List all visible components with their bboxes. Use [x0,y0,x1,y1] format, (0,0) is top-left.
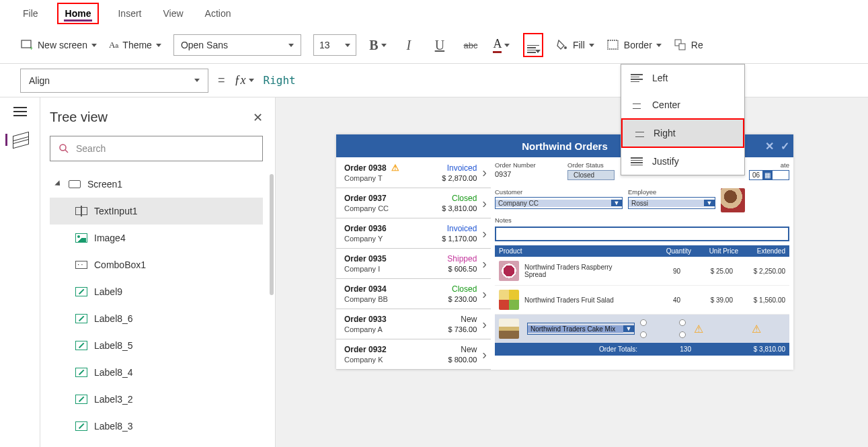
tree-item-label: Label8_4 [94,367,133,378]
calendar-icon: ▦ [762,171,773,179]
app-title: Northwind Orders [522,140,608,152]
font-select[interactable]: Open Sans [173,34,301,56]
order-company: Company Y [344,235,442,243]
cancel-icon[interactable]: ✕ [765,140,774,153]
canvas[interactable]: Northwind Orders ✕ ✓ Order 0938 ⚠Company… [276,97,868,447]
tree-panel: Tree view ✕ Search Screen1 TextInput1 Im… [40,97,276,447]
menu-action[interactable]: Action [202,5,234,22]
order-row[interactable]: Order 0936Company YInvoiced$ 1,170.00› [336,218,491,249]
property-value: Align [29,75,50,86]
close-icon[interactable]: ✕ [253,110,263,125]
order-price: $ 3,810.00 [442,204,477,212]
order-row[interactable]: Order 0932Company KNew$ 800.00› [336,339,491,370]
font-size-select[interactable]: 13 [313,34,356,56]
theme-icon: Aa [109,40,118,50]
tree-item-label: ComboBox1 [94,259,146,270]
hamburger-icon[interactable] [13,107,27,116]
tree-item-label8-3[interactable]: Label8_3 [50,413,263,440]
chevron-down-icon: ▼ [611,200,622,206]
property-select[interactable]: Align [20,69,208,93]
order-status: New [448,345,477,354]
textinput-icon [75,207,87,215]
align-justify-option[interactable]: Justify [621,148,744,175]
order-id: Order 0932 [344,345,448,354]
tree-item-label: TextInput1 [94,206,138,216]
svg-rect-3 [608,40,618,49]
order-row[interactable]: Order 0935Company IShipped$ 606.50› [336,249,491,279]
order-number-value: 0937 [495,170,562,178]
align-dropdown: Left Center Right Justify [621,64,745,175]
product-row[interactable]: Northwind Traders Fruit Salad40$ 39.00$ … [495,286,789,315]
chevron-right-icon: › [482,256,487,272]
align-justify-label: Justify [652,156,679,167]
chevron-down-icon [345,44,350,47]
order-price: $ 736.00 [448,325,477,333]
new-product-value: Northwind Traders Cake Mix [528,325,623,333]
svg-line-7 [65,150,68,153]
bold-button[interactable]: B [368,36,387,54]
notes-input[interactable] [495,227,789,241]
strikethrough-button[interactable]: abc [461,36,480,54]
equals-sign: = [218,73,225,87]
order-status: Shipped [447,254,477,263]
order-id: Order 0934 [344,284,448,294]
totals-label: Order Totals: [499,346,651,353]
menu-insert[interactable]: Insert [115,5,144,22]
employee-dropdown[interactable]: Rossi▼ [628,197,715,209]
tree-item-textinput1[interactable]: TextInput1 [50,198,263,225]
selection-handles[interactable] [643,322,683,335]
scrollbar[interactable] [270,174,274,295]
order-status: Closed [442,194,477,203]
product-name: Northwind Traders Fruit Salad [524,296,635,304]
tree-search-input[interactable]: Search [50,136,263,161]
new-screen-button[interactable]: + New screen [20,38,97,52]
align-center-option[interactable]: Center [621,91,744,118]
order-row[interactable]: Order 0933Company ANew$ 736.00› [336,309,491,339]
customer-dropdown[interactable]: Company CC▼ [495,197,623,209]
tree-item-label8-5[interactable]: Label8_5 [50,332,263,359]
chevron-down-icon: ▼ [704,200,715,206]
order-row[interactable]: Order 0937Company CCClosed$ 3,810.00› [336,188,491,218]
confirm-icon[interactable]: ✓ [781,140,789,153]
italic-button[interactable]: I [399,36,418,54]
order-date-picker[interactable]: 06▦ [749,170,789,180]
tree-item-combobox1[interactable]: ComboBox1 [50,251,263,278]
align-button[interactable] [523,33,543,57]
font-color-button[interactable]: A [492,36,511,54]
fill-button[interactable]: Fill [555,38,594,52]
order-id: Order 0937 [344,194,442,203]
tree-item-label: Label8_6 [94,313,133,324]
menu-view[interactable]: View [160,5,186,22]
tree-item-image4[interactable]: Image4 [50,225,263,251]
new-product-dropdown[interactable]: Northwind Traders Cake Mix▼ [527,323,635,335]
fx-label[interactable]: ƒx [235,73,254,87]
tree-view-rail-button[interactable] [5,134,28,146]
tree-screen-item[interactable]: Screen1 [50,171,263,198]
order-company: Company T [344,174,442,182]
menu-file[interactable]: File [20,5,41,22]
formula-input[interactable]: Right [264,74,296,87]
order-company: Company BB [344,295,448,303]
orders-list: Order 0938 ⚠Company TInvoiced$ 2,870.00›… [336,157,491,370]
theme-button[interactable]: Aa Theme [109,40,161,50]
order-row[interactable]: Order 0938 ⚠Company TInvoiced$ 2,870.00› [336,157,491,188]
tree-item-label8-4[interactable]: Label8_4 [50,359,263,386]
tree-item-label9[interactable]: Label9 [50,278,263,305]
search-placeholder: Search [76,143,106,154]
new-screen-label: New screen [38,40,87,50]
reorder-button[interactable]: Re [674,38,703,52]
product-name: Northwind Traders Raspberry Spread [524,263,635,278]
underline-icon: U [435,38,444,53]
align-right-option[interactable]: Right [621,118,744,148]
align-left-label: Left [652,73,668,83]
border-button[interactable]: Border [606,38,662,52]
expand-icon[interactable] [54,180,62,188]
align-left-option[interactable]: Left [621,65,744,91]
product-row[interactable]: Northwind Traders Raspberry Spread90$ 25… [495,257,789,286]
menu-home[interactable]: Home [57,3,100,24]
tree-item-label8-6[interactable]: Label8_6 [50,305,263,332]
products-header: Product Quantity Unit Price Extended [495,245,789,257]
order-row[interactable]: Order 0934Company BBClosed$ 230.00› [336,279,491,309]
tree-item-label3-2[interactable]: Label3_2 [50,386,263,413]
underline-button[interactable]: U [430,36,449,54]
